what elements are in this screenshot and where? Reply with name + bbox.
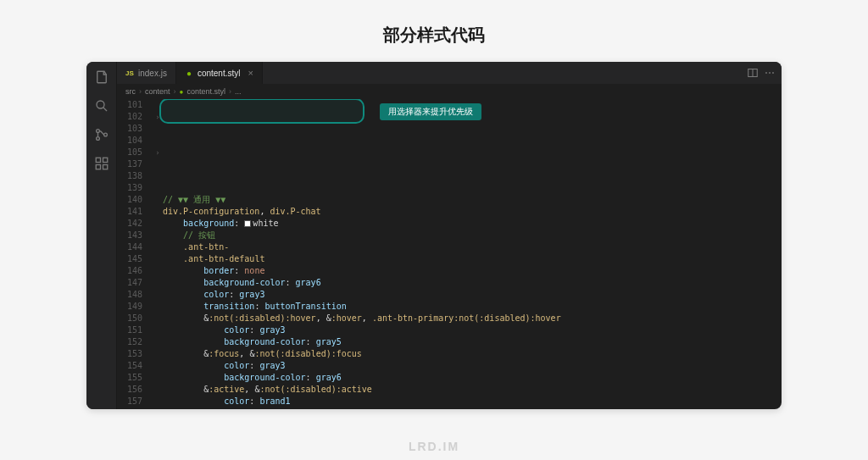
code-line[interactable]: &:not(:disabled):hover, &:hover, .ant-bt… [163, 313, 782, 324]
code-line[interactable]: color: gray3 [163, 324, 782, 336]
fold-spacer [153, 360, 163, 372]
code-line[interactable]: // 按钮 [163, 230, 782, 241]
fold-chevron-icon[interactable]: › [153, 111, 163, 123]
line-number: 140 [117, 194, 142, 206]
tab-bar: JS index.js ● content.styl × ⋯ [117, 62, 782, 84]
editor-main: JS index.js ● content.styl × ⋯ src › con… [117, 62, 782, 409]
breadcrumb[interactable]: src › content › ● content.styl › ... [117, 84, 782, 99]
line-number: 143 [117, 230, 142, 241]
fold-spacer [153, 182, 163, 194]
split-editor-icon[interactable] [748, 68, 758, 78]
breadcrumb-segment: src [125, 87, 136, 96]
svg-rect-5 [96, 158, 100, 162]
tab-actions: ⋯ [748, 68, 782, 78]
breadcrumb-segment: content.styl [186, 87, 225, 96]
files-icon[interactable] [93, 69, 110, 86]
code-line[interactable]: transition: buttonTransition [163, 301, 782, 313]
code-line[interactable]: background-color: gray5 [163, 336, 782, 348]
line-number: 142 [117, 218, 142, 230]
code-line[interactable]: color: brand1 [163, 396, 782, 407]
fold-spacer [153, 253, 163, 265]
line-number: 153 [117, 348, 142, 360]
fold-chevron-icon[interactable]: › [153, 147, 163, 158]
svg-rect-8 [103, 158, 107, 162]
code-line[interactable]: .ant-btn- [163, 241, 782, 253]
selector-highlight [159, 99, 364, 124]
code-line[interactable]: .ant-btn-default [163, 253, 782, 265]
fold-spacer [153, 372, 163, 384]
fold-spacer [153, 324, 163, 336]
line-number: 103 [117, 123, 142, 135]
line-number: 151 [117, 324, 142, 336]
line-number: 104 [117, 135, 142, 147]
watermark: LRD.IM [0, 440, 868, 453]
fold-spacer [153, 313, 163, 324]
fold-spacer [153, 230, 163, 241]
fold-spacer [153, 301, 163, 313]
line-number: 147 [117, 277, 142, 289]
fold-spacer [153, 158, 163, 170]
svg-point-3 [96, 137, 99, 141]
tab-content-styl[interactable]: ● content.styl × [176, 62, 263, 84]
code-line[interactable]: color: gray3 [163, 360, 782, 372]
chevron-right-icon: › [139, 87, 142, 96]
line-number: 154 [117, 360, 142, 372]
svg-rect-6 [96, 165, 100, 169]
search-icon[interactable] [93, 97, 110, 114]
code-line[interactable]: // ▼▼ 通用 ▼▼ [163, 194, 782, 206]
fold-spacer [153, 170, 163, 182]
activity-bar [86, 62, 117, 409]
code-line[interactable]: &:active, &:not(:disabled):active [163, 384, 782, 396]
page-title: 部分样式代码 [0, 0, 868, 62]
chevron-right-icon: › [174, 87, 176, 96]
code-line[interactable]: background-color: brand4 [163, 407, 782, 409]
line-number-gutter: 1011021031041051371381391401411421431441… [117, 99, 153, 409]
fold-spacer [153, 265, 163, 277]
more-actions-icon[interactable]: ⋯ [765, 68, 775, 78]
line-number: 102 [117, 111, 142, 123]
source-control-icon[interactable] [93, 126, 110, 143]
line-number: 157 [117, 396, 142, 407]
tab-label: index.js [138, 69, 167, 78]
fold-spacer [153, 384, 163, 396]
fold-spacer [153, 218, 163, 230]
fold-spacer [153, 348, 163, 360]
fold-spacer [153, 194, 163, 206]
code-line[interactable]: &:focus, &:not(:disabled):focus [163, 348, 782, 360]
line-number: 138 [117, 170, 142, 182]
code-line[interactable]: div.P-configuration, div.P-chat [163, 206, 782, 218]
code-line[interactable]: background-color: gray6 [163, 277, 782, 289]
close-icon[interactable]: × [248, 68, 253, 78]
line-number: 155 [117, 372, 142, 384]
svg-point-2 [96, 130, 99, 133]
fold-spacer [153, 396, 163, 407]
line-number: 137 [117, 158, 142, 170]
breadcrumb-segment: ... [235, 87, 242, 96]
code-line[interactable]: color: gray3 [163, 289, 782, 301]
styl-file-icon: ● [180, 88, 184, 96]
breadcrumb-segment: content [145, 87, 170, 96]
line-number: 139 [117, 182, 142, 194]
line-number: 158 [117, 407, 142, 409]
fold-spacer [153, 206, 163, 218]
extensions-icon[interactable] [93, 155, 110, 172]
js-file-icon: JS [125, 69, 134, 77]
line-number: 105 [117, 147, 142, 158]
line-number: 141 [117, 206, 142, 218]
fold-spacer [153, 407, 163, 409]
fold-spacer [153, 241, 163, 253]
code-line[interactable]: background: white [163, 218, 782, 230]
styl-file-icon: ● [185, 69, 193, 77]
code-line[interactable]: border: none [163, 265, 782, 277]
code-area[interactable]: 1011021031041051371381391401411421431441… [117, 99, 782, 409]
tab-index-js[interactable]: JS index.js [117, 62, 176, 84]
tab-label: content.styl [198, 69, 241, 78]
svg-rect-7 [103, 165, 107, 169]
code-content[interactable]: 用选择器来提升优先级 用 !important 来暴力提升优先级 // ▼▼ 通… [163, 99, 782, 409]
code-line[interactable]: background-color: gray6 [163, 372, 782, 384]
fold-spacer [153, 289, 163, 301]
fold-spacer [153, 277, 163, 289]
line-number: 149 [117, 301, 142, 313]
svg-point-4 [103, 133, 107, 136]
chevron-right-icon: › [229, 87, 231, 96]
